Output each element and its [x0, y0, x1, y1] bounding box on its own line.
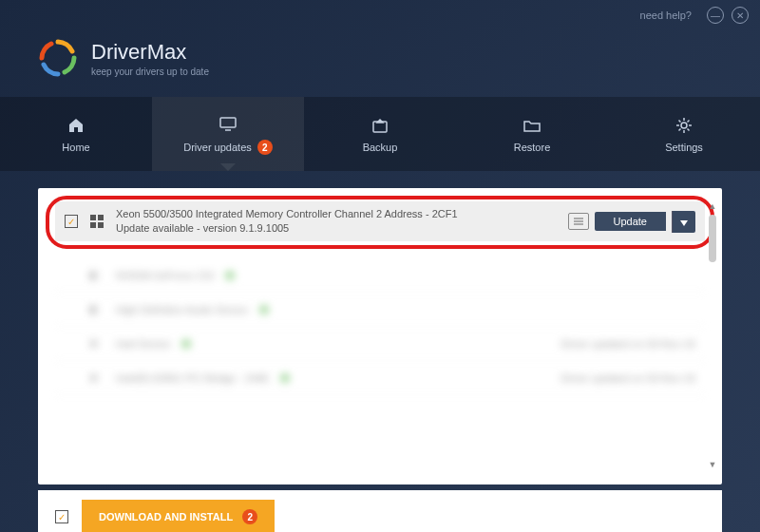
update-button[interactable]: Update [595, 212, 666, 231]
updates-badge: 2 [257, 140, 273, 155]
app-title: DriverMax [91, 40, 209, 65]
close-button[interactable]: ✕ [732, 7, 749, 24]
svg-point-3 [681, 123, 687, 128]
scroll-up-icon[interactable]: ▲ [707, 201, 718, 213]
driver-row[interactable]: ✓ Xeon 5500/3500 Integrated Memory Contr… [55, 201, 705, 241]
header: DriverMax keep your drivers up to date [0, 30, 760, 97]
nav-driver-updates[interactable]: Driver updates 2 [152, 97, 304, 171]
minimize-button[interactable]: — [707, 7, 724, 24]
list-item: ◧ NVIDIA GeForce 210 [55, 258, 705, 293]
driver-status: Update available - version 9.1.9.1005 [116, 221, 557, 236]
app-tagline: keep your drivers up to date [91, 66, 209, 77]
nav-label: Backup [363, 142, 398, 153]
scrollbar[interactable]: ▲ ▼ [707, 201, 718, 471]
list-item: ⊞ Intel(R) 82801 PCI Bridge - 244E Drive… [55, 361, 705, 395]
folder-icon [522, 115, 542, 136]
app-logo-icon [38, 38, 78, 78]
driver-list-panel: ✓ Xeon 5500/3500 Integrated Memory Contr… [38, 188, 722, 484]
select-all-checkbox[interactable]: ✓ [55, 510, 68, 523]
backup-icon [370, 115, 390, 136]
nav-label: Restore [514, 142, 551, 153]
svg-rect-7 [98, 222, 104, 228]
list-item: ⊞ Intel Device Driver updated on 03-Nov-… [55, 327, 705, 361]
download-install-button[interactable]: DOWNLOAD AND INSTALL 2 [82, 500, 275, 532]
nav-label: Settings [665, 142, 703, 153]
driver-checkbox[interactable]: ✓ [65, 215, 78, 228]
svg-rect-5 [98, 215, 104, 220]
svg-rect-0 [220, 118, 236, 127]
list-item: ◧ High Definition Audio Device [55, 293, 705, 327]
update-dropdown[interactable] [672, 211, 695, 233]
navbar: Home Driver updates 2 Backup Restore Set… [0, 97, 760, 171]
details-button[interactable] [568, 213, 589, 230]
scroll-thumb[interactable] [709, 215, 716, 262]
nav-restore[interactable]: Restore [456, 97, 608, 171]
nav-home[interactable]: Home [0, 97, 152, 171]
driver-info: Xeon 5500/3500 Integrated Memory Control… [116, 207, 557, 237]
nav-backup[interactable]: Backup [304, 97, 456, 171]
scroll-down-icon[interactable]: ▼ [707, 460, 718, 471]
monitor-icon [218, 113, 238, 134]
nav-settings[interactable]: Settings [608, 97, 760, 171]
svg-rect-6 [90, 222, 96, 228]
download-label: DOWNLOAD AND INSTALL [99, 511, 233, 522]
blurred-drivers: ◧ NVIDIA GeForce 210 ◧ High Definition A… [55, 258, 705, 395]
nav-label: Driver updates [183, 142, 252, 153]
download-badge: 2 [242, 509, 257, 524]
bottom-bar: ✓ DOWNLOAD AND INSTALL 2 [38, 490, 722, 532]
title-bar: need help? — ✕ [0, 0, 760, 30]
windows-icon [89, 214, 104, 229]
nav-label: Home [62, 142, 89, 153]
gear-icon [674, 115, 694, 136]
driver-title: Xeon 5500/3500 Integrated Memory Control… [116, 207, 557, 221]
svg-rect-4 [90, 215, 96, 220]
help-link[interactable]: need help? [640, 10, 692, 21]
home-icon [66, 115, 86, 136]
